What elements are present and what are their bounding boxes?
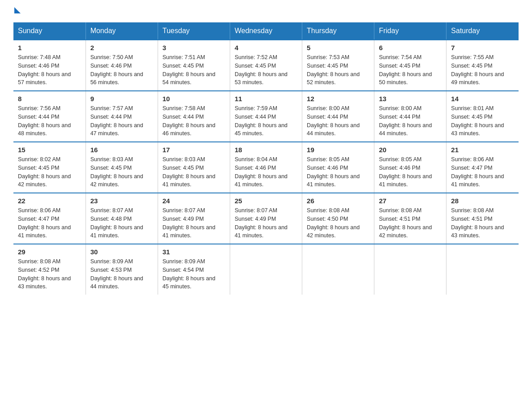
calendar-cell: 5 Sunrise: 7:53 AM Sunset: 4:45 PM Dayli…	[302, 40, 374, 91]
calendar-cell: 18 Sunrise: 8:04 AM Sunset: 4:46 PM Dayl…	[230, 142, 302, 193]
day-number: 10	[163, 95, 225, 103]
day-info: Sunrise: 8:04 AM Sunset: 4:46 PM Dayligh…	[235, 155, 297, 189]
day-number: 19	[307, 146, 369, 154]
calendar-week-row: 15 Sunrise: 8:02 AM Sunset: 4:45 PM Dayl…	[13, 142, 519, 193]
calendar-cell	[374, 244, 446, 295]
day-number: 27	[379, 197, 442, 205]
calendar-cell: 10 Sunrise: 7:58 AM Sunset: 4:44 PM Dayl…	[158, 91, 230, 142]
day-info: Sunrise: 8:07 AM Sunset: 4:49 PM Dayligh…	[235, 206, 297, 240]
calendar-cell: 8 Sunrise: 7:56 AM Sunset: 4:44 PM Dayli…	[13, 91, 86, 142]
day-info: Sunrise: 7:59 AM Sunset: 4:44 PM Dayligh…	[235, 104, 297, 138]
day-info: Sunrise: 8:07 AM Sunset: 4:48 PM Dayligh…	[90, 206, 153, 240]
day-number: 21	[451, 146, 514, 154]
calendar-cell: 30 Sunrise: 8:09 AM Sunset: 4:53 PM Dayl…	[86, 244, 158, 295]
header-saturday: Saturday	[446, 22, 519, 40]
calendar-table: SundayMondayTuesdayWednesdayThursdayFrid…	[13, 22, 519, 295]
day-info: Sunrise: 7:50 AM Sunset: 4:46 PM Dayligh…	[90, 53, 153, 87]
day-info: Sunrise: 8:05 AM Sunset: 4:46 PM Dayligh…	[307, 155, 369, 189]
day-info: Sunrise: 8:01 AM Sunset: 4:45 PM Dayligh…	[451, 104, 514, 138]
calendar-cell: 26 Sunrise: 8:08 AM Sunset: 4:50 PM Dayl…	[302, 193, 374, 244]
day-info: Sunrise: 7:58 AM Sunset: 4:44 PM Dayligh…	[163, 104, 225, 138]
day-number: 25	[235, 197, 297, 205]
day-number: 1	[18, 44, 81, 51]
day-number: 8	[18, 95, 81, 103]
calendar-cell: 2 Sunrise: 7:50 AM Sunset: 4:46 PM Dayli…	[86, 40, 158, 91]
calendar-cell: 29 Sunrise: 8:08 AM Sunset: 4:52 PM Dayl…	[13, 244, 86, 295]
day-info: Sunrise: 8:09 AM Sunset: 4:54 PM Dayligh…	[163, 257, 225, 291]
calendar-cell: 11 Sunrise: 7:59 AM Sunset: 4:44 PM Dayl…	[230, 91, 302, 142]
day-number: 31	[163, 248, 225, 256]
day-info: Sunrise: 7:53 AM Sunset: 4:45 PM Dayligh…	[307, 53, 369, 87]
day-number: 14	[451, 95, 514, 103]
calendar-cell: 1 Sunrise: 7:48 AM Sunset: 4:46 PM Dayli…	[13, 40, 86, 91]
day-number: 26	[307, 197, 369, 205]
logo-triangle-icon	[14, 7, 21, 13]
day-number: 11	[235, 95, 297, 103]
calendar-cell: 4 Sunrise: 7:52 AM Sunset: 4:45 PM Dayli…	[230, 40, 302, 91]
day-info: Sunrise: 7:56 AM Sunset: 4:44 PM Dayligh…	[18, 104, 81, 138]
day-info: Sunrise: 8:08 AM Sunset: 4:50 PM Dayligh…	[307, 206, 369, 240]
day-info: Sunrise: 8:03 AM Sunset: 4:45 PM Dayligh…	[163, 155, 225, 189]
calendar-cell: 15 Sunrise: 8:02 AM Sunset: 4:45 PM Dayl…	[13, 142, 86, 193]
calendar-week-row: 8 Sunrise: 7:56 AM Sunset: 4:44 PM Dayli…	[13, 91, 519, 142]
calendar-cell: 7 Sunrise: 7:55 AM Sunset: 4:45 PM Dayli…	[446, 40, 519, 91]
day-number: 16	[90, 146, 153, 154]
page-header	[13, 9, 519, 13]
calendar-cell: 6 Sunrise: 7:54 AM Sunset: 4:45 PM Dayli…	[374, 40, 446, 91]
day-info: Sunrise: 8:00 AM Sunset: 4:44 PM Dayligh…	[379, 104, 442, 138]
header-monday: Monday	[86, 22, 158, 40]
day-number: 20	[379, 146, 442, 154]
calendar-cell: 21 Sunrise: 8:06 AM Sunset: 4:47 PM Dayl…	[446, 142, 519, 193]
day-number: 24	[163, 197, 225, 205]
day-number: 23	[90, 197, 153, 205]
day-info: Sunrise: 8:07 AM Sunset: 4:49 PM Dayligh…	[163, 206, 225, 240]
calendar-cell: 20 Sunrise: 8:05 AM Sunset: 4:46 PM Dayl…	[374, 142, 446, 193]
day-info: Sunrise: 7:48 AM Sunset: 4:46 PM Dayligh…	[18, 53, 81, 87]
day-number: 9	[90, 95, 153, 103]
day-info: Sunrise: 7:52 AM Sunset: 4:45 PM Dayligh…	[235, 53, 297, 87]
day-number: 18	[235, 146, 297, 154]
day-number: 2	[90, 44, 153, 51]
header-sunday: Sunday	[13, 22, 86, 40]
calendar-cell: 24 Sunrise: 8:07 AM Sunset: 4:49 PM Dayl…	[158, 193, 230, 244]
day-info: Sunrise: 8:08 AM Sunset: 4:51 PM Dayligh…	[379, 206, 442, 240]
day-info: Sunrise: 8:09 AM Sunset: 4:53 PM Dayligh…	[90, 257, 153, 291]
day-info: Sunrise: 8:00 AM Sunset: 4:44 PM Dayligh…	[307, 104, 369, 138]
day-number: 3	[163, 44, 225, 51]
calendar-week-row: 29 Sunrise: 8:08 AM Sunset: 4:52 PM Dayl…	[13, 244, 519, 295]
day-number: 15	[18, 146, 81, 154]
day-info: Sunrise: 8:03 AM Sunset: 4:45 PM Dayligh…	[90, 155, 153, 189]
day-number: 30	[90, 248, 153, 256]
day-info: Sunrise: 8:06 AM Sunset: 4:47 PM Dayligh…	[18, 206, 81, 240]
day-info: Sunrise: 8:08 AM Sunset: 4:52 PM Dayligh…	[18, 257, 81, 291]
day-info: Sunrise: 8:06 AM Sunset: 4:47 PM Dayligh…	[451, 155, 514, 189]
day-info: Sunrise: 8:08 AM Sunset: 4:51 PM Dayligh…	[451, 206, 514, 240]
calendar-cell: 12 Sunrise: 8:00 AM Sunset: 4:44 PM Dayl…	[302, 91, 374, 142]
calendar-cell: 9 Sunrise: 7:57 AM Sunset: 4:44 PM Dayli…	[86, 91, 158, 142]
day-number: 29	[18, 248, 81, 256]
calendar-cell	[302, 244, 374, 295]
calendar-header-row: SundayMondayTuesdayWednesdayThursdayFrid…	[13, 22, 519, 40]
day-info: Sunrise: 7:55 AM Sunset: 4:45 PM Dayligh…	[451, 53, 514, 87]
day-number: 13	[379, 95, 442, 103]
day-number: 7	[451, 44, 514, 51]
day-info: Sunrise: 8:05 AM Sunset: 4:46 PM Dayligh…	[379, 155, 442, 189]
calendar-week-row: 1 Sunrise: 7:48 AM Sunset: 4:46 PM Dayli…	[13, 40, 519, 91]
day-info: Sunrise: 7:57 AM Sunset: 4:44 PM Dayligh…	[90, 104, 153, 138]
header-friday: Friday	[374, 22, 446, 40]
day-number: 28	[451, 197, 514, 205]
calendar-cell: 19 Sunrise: 8:05 AM Sunset: 4:46 PM Dayl…	[302, 142, 374, 193]
day-number: 5	[307, 44, 369, 51]
logo	[13, 9, 21, 13]
day-number: 4	[235, 44, 297, 51]
calendar-cell: 23 Sunrise: 8:07 AM Sunset: 4:48 PM Dayl…	[86, 193, 158, 244]
calendar-cell: 17 Sunrise: 8:03 AM Sunset: 4:45 PM Dayl…	[158, 142, 230, 193]
calendar-cell	[446, 244, 519, 295]
calendar-week-row: 22 Sunrise: 8:06 AM Sunset: 4:47 PM Dayl…	[13, 193, 519, 244]
day-number: 22	[18, 197, 81, 205]
calendar-cell: 27 Sunrise: 8:08 AM Sunset: 4:51 PM Dayl…	[374, 193, 446, 244]
day-info: Sunrise: 8:02 AM Sunset: 4:45 PM Dayligh…	[18, 155, 81, 189]
calendar-cell: 16 Sunrise: 8:03 AM Sunset: 4:45 PM Dayl…	[86, 142, 158, 193]
header-tuesday: Tuesday	[158, 22, 230, 40]
calendar-cell	[230, 244, 302, 295]
